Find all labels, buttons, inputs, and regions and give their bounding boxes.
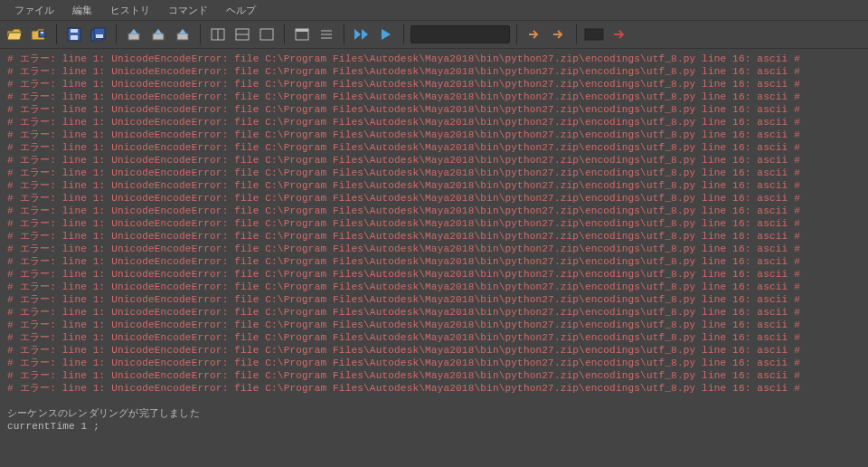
log-line: シーケンスのレンダリングが完了しました xyxy=(7,407,861,420)
log-error-line: # エラー: line 1: UnicodeEncodeError: file … xyxy=(7,281,861,293)
open-file-button[interactable] xyxy=(4,24,25,45)
menubar: ファイル 編集 ヒストリ コマンド ヘルプ xyxy=(0,0,868,20)
log-error-line: # エラー: line 1: UnicodeEncodeError: file … xyxy=(7,78,861,91)
svg-rect-15 xyxy=(260,29,273,40)
svg-rect-21 xyxy=(585,29,603,40)
show-input-toggle[interactable] xyxy=(256,24,278,45)
log-error-line: # エラー: line 1: UnicodeEncodeError: file … xyxy=(7,141,861,154)
toolbar-separator xyxy=(576,24,577,44)
menu-file[interactable]: ファイル xyxy=(5,2,63,19)
log-error-line: # エラー: line 1: UnicodeEncodeError: file … xyxy=(7,103,861,116)
menu-help[interactable]: ヘルプ xyxy=(217,2,265,19)
toolbar xyxy=(0,20,868,49)
svg-rect-3 xyxy=(71,35,78,40)
toolbar-separator xyxy=(403,24,404,44)
svg-rect-9 xyxy=(153,33,164,40)
log-error-line: # エラー: line 1: UnicodeEncodeError: file … xyxy=(7,167,861,179)
svg-rect-7 xyxy=(96,34,103,38)
toolbar-separator xyxy=(56,24,57,44)
log-error-line: # エラー: line 1: UnicodeEncodeError: file … xyxy=(7,243,861,255)
toolbar-separator xyxy=(116,24,117,44)
toolbar-separator xyxy=(516,24,517,44)
log-error-line: # エラー: line 1: UnicodeEncodeError: file … xyxy=(7,230,861,243)
show-history-toggle[interactable] xyxy=(207,24,229,45)
log-error-line: # エラー: line 1: UnicodeEncodeError: file … xyxy=(7,357,861,369)
log-line xyxy=(7,395,861,407)
execute-button[interactable] xyxy=(375,24,397,45)
log-error-line: # エラー: line 1: UnicodeEncodeError: file … xyxy=(7,179,861,192)
log-error-line: # エラー: line 1: UnicodeEncodeError: file … xyxy=(7,154,861,167)
log-error-line: # エラー: line 1: UnicodeEncodeError: file … xyxy=(7,382,861,395)
log-error-line: # エラー: line 1: UnicodeEncodeError: file … xyxy=(7,129,861,141)
log-error-line: # エラー: line 1: UnicodeEncodeError: file … xyxy=(7,255,861,268)
log-error-line: # エラー: line 1: UnicodeEncodeError: file … xyxy=(7,116,861,129)
svg-rect-8 xyxy=(128,33,139,40)
stack-trace-toggle[interactable] xyxy=(583,24,605,45)
save-script-button[interactable] xyxy=(63,24,85,45)
log-error-line: # エラー: line 1: UnicodeEncodeError: file … xyxy=(7,91,861,103)
log-error-line: # エラー: line 1: UnicodeEncodeError: file … xyxy=(7,192,861,205)
script-output-log[interactable]: # エラー: line 1: UnicodeEncodeError: file … xyxy=(0,49,868,467)
log-error-line: # エラー: line 1: UnicodeEncodeError: file … xyxy=(7,344,861,357)
save-all-scripts-button[interactable] xyxy=(88,24,109,45)
log-error-line: # エラー: line 1: UnicodeEncodeError: file … xyxy=(7,319,861,331)
log-error-line: # エラー: line 1: UnicodeEncodeError: file … xyxy=(7,52,861,65)
svg-rect-4 xyxy=(71,29,78,33)
execute-all-button[interactable] xyxy=(351,24,373,45)
show-errors-toggle[interactable] xyxy=(608,24,629,45)
menu-edit[interactable]: 編集 xyxy=(63,2,101,19)
log-error-line: # エラー: line 1: UnicodeEncodeError: file … xyxy=(7,293,861,306)
toolbar-separator xyxy=(284,24,285,44)
clear-all-button[interactable] xyxy=(172,24,193,45)
log-error-line: # エラー: line 1: UnicodeEncodeError: file … xyxy=(7,369,861,382)
save-file-button[interactable] xyxy=(28,24,50,45)
goto-prev-button[interactable] xyxy=(548,24,570,45)
log-error-line: # エラー: line 1: UnicodeEncodeError: file … xyxy=(7,217,861,230)
show-both-toggle[interactable] xyxy=(231,24,253,45)
line-numbers-toggle[interactable] xyxy=(316,24,337,45)
echo-commands-toggle[interactable] xyxy=(291,24,313,45)
clear-history-button[interactable] xyxy=(123,24,145,45)
goto-line-button[interactable] xyxy=(524,24,545,45)
log-error-line: # エラー: line 1: UnicodeEncodeError: file … xyxy=(7,268,861,281)
toolbar-separator xyxy=(200,24,201,44)
search-input[interactable] xyxy=(410,25,510,43)
clear-input-button[interactable] xyxy=(147,24,169,45)
log-error-line: # エラー: line 1: UnicodeEncodeError: file … xyxy=(7,306,861,319)
menu-history[interactable]: ヒストリ xyxy=(101,2,159,19)
log-error-line: # エラー: line 1: UnicodeEncodeError: file … xyxy=(7,65,861,78)
menu-command[interactable]: コマンド xyxy=(159,2,217,19)
toolbar-separator xyxy=(344,24,344,44)
log-line: currentTime 1 ; xyxy=(7,420,861,433)
svg-rect-1 xyxy=(41,32,43,33)
svg-rect-10 xyxy=(177,33,188,40)
log-error-line: # エラー: line 1: UnicodeEncodeError: file … xyxy=(7,331,861,344)
svg-rect-17 xyxy=(296,29,308,32)
log-error-line: # エラー: line 1: UnicodeEncodeError: file … xyxy=(7,205,861,217)
